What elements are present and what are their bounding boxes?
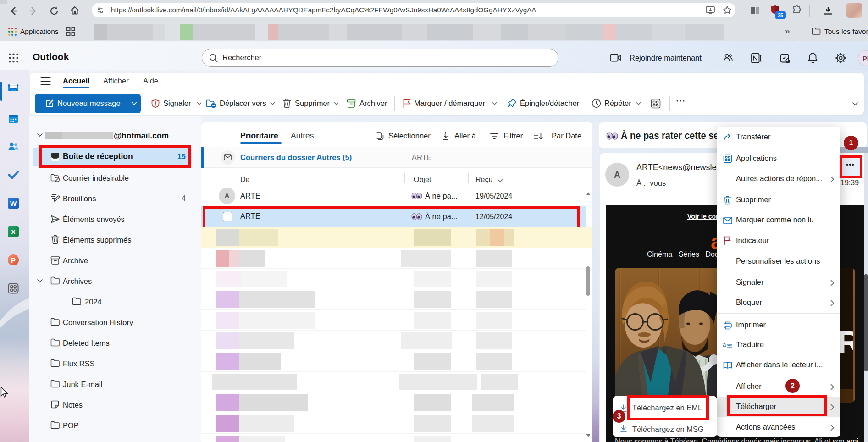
svg-text:P: P [11,256,16,264]
svg-text:W: W [10,199,17,207]
svg-text:a: a [723,341,726,348]
svg-text:字: 字 [727,343,732,350]
svg-text:X: X [11,228,16,236]
